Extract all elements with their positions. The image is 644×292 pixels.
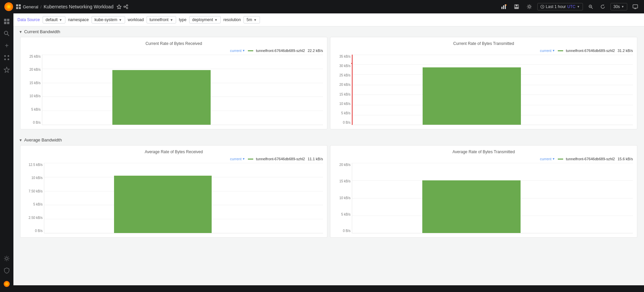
y5: 25 kB/s [24, 55, 41, 58]
zoom-out-button[interactable] [586, 3, 595, 10]
type-caret: ▼ [214, 18, 218, 22]
legend-value-2: 31.2 kB/s [618, 49, 633, 53]
data-source-select[interactable]: default ▼ [43, 16, 65, 23]
legend-color-4 [558, 159, 563, 160]
current-label-3: current [230, 157, 241, 161]
settings-button[interactable] [525, 3, 534, 11]
chart-area-3: 0 B/s 2.50 kB/s 5 kB/s 7.50 kB/s 10 kB/s… [24, 163, 323, 233]
current-bandwidth-charts: Current Rate of Bytes Received current ▼… [13, 37, 644, 135]
workload-select[interactable]: tunnelfront ▼ [147, 16, 176, 23]
resolution-label: resolution [223, 17, 241, 22]
chart-legend-2: current ▼ tunnelfront-67646db689-szhl2 3… [334, 49, 633, 53]
y1: 5 kB/s [334, 111, 351, 115]
time-range-picker[interactable]: Last 1 hour UTC ▼ [537, 3, 583, 10]
star-icon[interactable] [117, 4, 121, 9]
svg-rect-14 [503, 5, 504, 9]
topbar: General / Kubernetes Networking Workload [0, 0, 644, 13]
current-btn-1[interactable]: current ▼ [230, 49, 245, 53]
sidebar-item-alerts[interactable] [1, 64, 12, 75]
sidebar-item-add[interactable]: + [1, 40, 12, 51]
svg-point-9 [124, 6, 125, 7]
plot-area-4 [352, 163, 633, 233]
current-btn-3[interactable]: current ▼ [230, 157, 245, 161]
svg-rect-25 [633, 5, 638, 8]
sidebar-item-shield[interactable] [1, 265, 12, 276]
svg-point-36 [4, 59, 6, 60]
chart-legend-1: current ▼ tunnelfront-67646db689-szhl2 2… [24, 49, 323, 53]
kiosk-mode-button[interactable] [631, 3, 640, 11]
svg-rect-28 [4, 19, 6, 21]
current-bandwidth-title: Current Bandwidth [24, 29, 60, 34]
current-bandwidth-header[interactable]: ▼ Current Bandwidth [13, 26, 644, 37]
sidebar-item-dashboards[interactable] [1, 16, 12, 27]
average-bandwidth-header[interactable]: ▼ Average Bandwidth [13, 135, 644, 145]
type-label: type [179, 17, 186, 22]
y3: 15 kB/s [334, 179, 351, 183]
sidebar-item-search[interactable] [1, 28, 12, 39]
sidebar-item-settings[interactable] [1, 253, 12, 264]
svg-point-34 [4, 55, 6, 57]
bar-4 [422, 180, 521, 233]
collapse-arrow-avg: ▼ [19, 138, 22, 142]
chart-legend-3: current ▼ tunnelfront-67646db689-szhl2 1… [24, 157, 323, 161]
resolution-select[interactable]: 5m ▼ [244, 16, 260, 23]
breadcrumb-general[interactable]: General [23, 4, 38, 9]
y0: 0 B/s [24, 229, 43, 233]
y3: 15 kB/s [334, 93, 351, 96]
breadcrumb: General / Kubernetes Networking Workload [16, 4, 128, 9]
svg-line-33 [7, 34, 9, 36]
chart-title-3: Average Rate of Bytes Received [24, 150, 323, 154]
share-icon[interactable] [123, 4, 128, 9]
svg-rect-29 [7, 19, 9, 21]
page-title: Kubernetes Networking Workload [44, 4, 113, 9]
y4: 20 kB/s [334, 163, 351, 167]
save-button[interactable] [512, 3, 521, 11]
svg-rect-5 [16, 7, 18, 9]
sidebar-item-apps[interactable] [1, 52, 12, 63]
svg-rect-30 [4, 22, 6, 24]
average-bandwidth-title: Average Bandwidth [24, 137, 62, 142]
y4: 10 kB/s [24, 176, 43, 180]
legend-label-2: tunnelfront-67646db689-szhl2 [566, 49, 615, 53]
namespace-label: namespace [68, 17, 89, 22]
y1: 5 kB/s [24, 108, 41, 111]
current-btn-4[interactable]: current ▼ [540, 157, 555, 161]
y2: 5 kB/s [24, 202, 43, 206]
y3: 15 kB/s [24, 81, 41, 85]
svg-line-12 [125, 7, 126, 8]
type-value: deployment [192, 17, 213, 22]
legend-color-2 [558, 50, 563, 51]
average-bandwidth-charts: Average Rate of Bytes Received current ▼… [13, 145, 644, 243]
chart-avg-bytes-received: Average Rate of Bytes Received current ▼… [20, 145, 327, 238]
svg-point-2 [7, 5, 10, 8]
type-select[interactable]: deployment ▼ [189, 16, 221, 23]
grafana-logo [4, 2, 13, 11]
data-source-label: Data Source [17, 17, 40, 22]
svg-rect-3 [16, 4, 18, 6]
filter-bar: Data Source default ▼ namespace kube-sys… [13, 13, 644, 26]
y-axis-2: 0 B/s 5 kB/s 10 kB/s 15 kB/s 20 kB/s 25 … [334, 55, 352, 125]
data-source-value: default [46, 17, 58, 22]
legend-value-3: 11.1 kB/s [308, 157, 323, 161]
breadcrumb-sep: / [40, 4, 42, 9]
bar-1 [112, 70, 211, 125]
refresh-button[interactable] [598, 3, 607, 10]
sidebar: + [0, 13, 13, 292]
y-axis-4: 0 B/s 5 kB/s 10 kB/s 15 kB/s 20 kB/s [334, 163, 352, 233]
legend-label-4: tunnelfront-67646db689-szhl2 [566, 157, 615, 161]
resolution-caret: ▼ [254, 18, 257, 22]
y6: 30 kB/s [334, 64, 351, 68]
y2: 10 kB/s [334, 102, 351, 106]
svg-point-37 [8, 59, 9, 60]
y1: 2.50 kB/s [24, 216, 43, 220]
chart-avg-bytes-transmitted: Average Rate of Bytes Transmitted curren… [330, 145, 637, 238]
y-axis-1: 0 B/s 5 kB/s 10 kB/s 15 kB/s 20 kB/s 25 … [24, 55, 42, 125]
y-axis-3: 0 B/s 2.50 kB/s 5 kB/s 7.50 kB/s 10 kB/s… [24, 163, 44, 233]
namespace-select[interactable]: kube-system ▼ [92, 16, 125, 23]
workload-value: tunnelfront [150, 17, 169, 22]
view-toggle-button[interactable] [499, 3, 508, 11]
refresh-interval[interactable]: 30s ▼ [610, 3, 627, 10]
plot-area-1 [42, 55, 323, 125]
resolution-value: 5m [247, 17, 252, 22]
current-btn-2[interactable]: current ▼ [540, 49, 555, 53]
